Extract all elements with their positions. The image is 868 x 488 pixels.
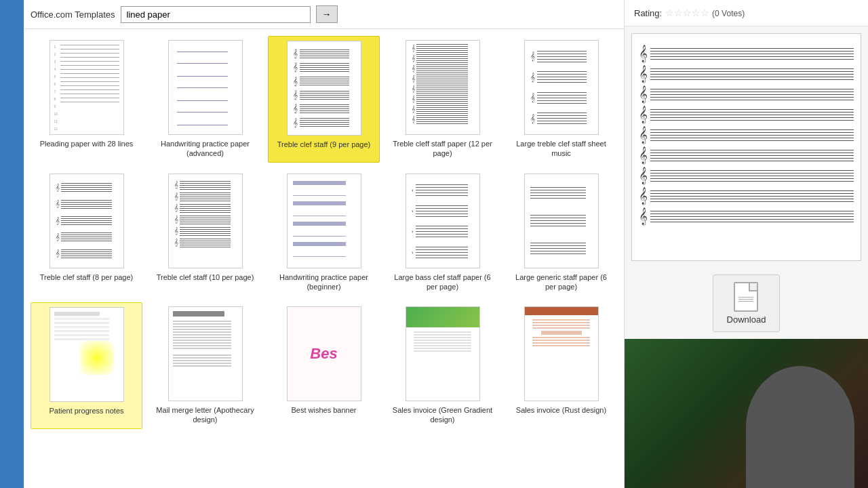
- search-button[interactable]: →: [316, 5, 338, 23]
- template-thumb-large-treble: 𝄞 𝄞 𝄞 𝄞: [524, 40, 599, 135]
- templates-grid: 123456789101112131415 Pleading paper wit…: [24, 29, 624, 488]
- staff-line: [650, 178, 854, 179]
- staff-line: [650, 196, 854, 197]
- template-generic6[interactable]: Large generic staff paper (6 per page): [505, 169, 617, 296]
- votes-count: (0 Votes): [712, 9, 745, 18]
- template-label-generic6: Large generic staff paper (6 per page): [509, 272, 613, 292]
- template-treble8[interactable]: 𝄞 𝄞 𝄞 𝄞 𝄞 Treble clef staff (8 per page): [31, 169, 142, 296]
- template-large-treble[interactable]: 𝄞 𝄞 𝄞 𝄞 Large treble clef staff sheet mu…: [505, 36, 617, 163]
- search-bar: Office.com Templates →: [24, 0, 624, 29]
- template-label-patient: Patient progress notes: [49, 406, 123, 415]
- template-invoice-green[interactable]: Sales invoice (Green Gradient design): [387, 302, 498, 429]
- staff-line: [650, 132, 854, 133]
- staff-line: [650, 193, 854, 194]
- template-bass6[interactable]: , , , , Large bass clef staff paper (6 p…: [387, 169, 498, 296]
- staff-line: [650, 176, 854, 176]
- staff-line: [650, 158, 854, 159]
- staff-row-7: 𝄞: [639, 168, 854, 183]
- rating-section: Rating: ☆☆☆☆☆ (0 Votes): [625, 0, 868, 26]
- template-treble10[interactable]: 𝄞 𝄞 𝄞 𝄞 𝄞 𝄞 Treble clef staff (10 per pa…: [149, 169, 261, 296]
- template-label-treble8: Treble clef staff (8 per page): [40, 272, 134, 282]
- blue-tab: [0, 108, 24, 163]
- clef-1: 𝄞: [639, 46, 648, 61]
- staff-line: [650, 54, 854, 54]
- template-label-invoice-rust: Sales invoice (Rust design): [516, 405, 606, 415]
- template-label-treble9: Treble clef staff (9 per page): [277, 140, 371, 149]
- template-thumb-treble12: 𝄞 𝄞 𝄞 𝄞 𝄞 𝄞 𝄞 𝄞: [406, 40, 480, 135]
- staff-row-8: 𝄞: [639, 188, 854, 203]
- staff-lines-4: [650, 109, 854, 121]
- template-label-invoice-green: Sales invoice (Green Gradient design): [391, 405, 494, 425]
- staff-line: [650, 68, 854, 69]
- template-invoice-rust[interactable]: Sales invoice (Rust design): [505, 302, 617, 429]
- staff-line: [650, 94, 854, 95]
- clef-6: 𝄞: [639, 148, 648, 163]
- template-thumb-generic6: [524, 174, 599, 268]
- staff-line: [650, 135, 854, 136]
- template-thumb-invoice-rust: [524, 306, 599, 401]
- left-sidebar: [0, 0, 24, 488]
- staff-line: [650, 56, 854, 57]
- template-treble12[interactable]: 𝄞 𝄞 𝄞 𝄞 𝄞 𝄞 𝄞 𝄞 Treble cleff staff paper…: [387, 36, 498, 163]
- staff-line: [650, 173, 854, 174]
- template-thumb-best: Bes: [287, 306, 361, 401]
- doc-line: [738, 301, 753, 302]
- template-thumb-treble10: 𝄞 𝄞 𝄞 𝄞 𝄞 𝄞: [168, 174, 243, 268]
- staff-line: [650, 89, 854, 89]
- clef-7: 𝄞: [639, 168, 648, 183]
- preview-area: 𝄞 𝄞 𝄞: [631, 33, 861, 261]
- template-label-bass6: Large bass clef staff paper (6 per page): [391, 272, 494, 292]
- template-pleading28[interactable]: 123456789101112131415 Pleading paper wit…: [31, 36, 142, 163]
- staff-row-5: 𝄞: [639, 127, 854, 142]
- template-thumb-pleading28: 123456789101112131415: [50, 40, 124, 135]
- template-thumb-mail: [168, 306, 243, 401]
- staff-line: [650, 97, 854, 98]
- template-thumb-handwriting-adv: [168, 40, 243, 135]
- template-thumb-treble9: 𝄞 𝄞 𝄞 𝄞 𝄞 𝄞: [287, 41, 361, 136]
- template-label-mail: Mail merge letter (Apothecary design): [153, 405, 257, 425]
- staff-lines-9: [650, 211, 854, 222]
- staff-line: [650, 216, 854, 217]
- template-thumb-treble8: 𝄞 𝄞 𝄞 𝄞 𝄞: [50, 174, 124, 268]
- template-treble9[interactable]: 𝄞 𝄞 𝄞 𝄞 𝄞 𝄞 Treble clef staff (9 per pag…: [268, 36, 380, 163]
- template-label-best: Best wishes banner: [292, 405, 357, 415]
- template-handwriting-beg[interactable]: Handwriting practice paper (beginner): [268, 169, 380, 296]
- staff-line: [650, 150, 854, 150]
- template-mail[interactable]: Mail merge letter (Apothecary design): [149, 302, 261, 429]
- clef-3: 𝄞: [639, 87, 648, 102]
- staff-line: [650, 214, 854, 214]
- webcam-placeholder: [625, 339, 868, 488]
- staff-row-3: 𝄞: [639, 87, 854, 102]
- staff-lines-3: [650, 89, 854, 100]
- rating-label: Rating:: [634, 8, 662, 18]
- staff-line: [650, 129, 854, 130]
- clef-2: 𝄞: [639, 66, 648, 81]
- doc-lines: [738, 297, 753, 302]
- staff-line: [650, 170, 854, 171]
- staff-lines-6: [650, 150, 854, 161]
- staff-row-1: 𝄞: [639, 46, 854, 61]
- main-area: Office.com Templates → 12345678910111213…: [24, 0, 624, 488]
- download-button[interactable]: Download: [713, 274, 781, 332]
- staff-line: [650, 201, 854, 202]
- template-label-large-treble: Large treble clef staff sheet music: [509, 139, 613, 159]
- staff-line: [650, 152, 854, 153]
- staff-line: [650, 199, 854, 199]
- webcam-area: [625, 339, 868, 488]
- staff-line: [650, 74, 854, 75]
- template-best[interactable]: Bes Best wishes banner: [268, 302, 380, 429]
- staff-lines-5: [650, 129, 854, 141]
- rating-stars[interactable]: ☆☆☆☆☆: [665, 7, 709, 18]
- template-label-pleading28: Pleading paper with 28 lines: [40, 139, 134, 148]
- search-input[interactable]: [121, 6, 311, 23]
- template-handwriting-adv[interactable]: Handwriting practice paper (advanced): [149, 36, 261, 163]
- staff-row-4: 𝄞: [639, 107, 854, 122]
- template-patient[interactable]: Patient progress notes: [31, 302, 142, 429]
- staff-row-9: 𝄞: [639, 209, 854, 224]
- template-thumb-invoice-green: [406, 306, 480, 401]
- staff-lines-1: [650, 48, 854, 60]
- staff-line: [650, 120, 854, 121]
- music-staff-preview: 𝄞 𝄞 𝄞: [639, 41, 854, 229]
- staff-line: [650, 79, 854, 80]
- doc-line: [738, 299, 753, 300]
